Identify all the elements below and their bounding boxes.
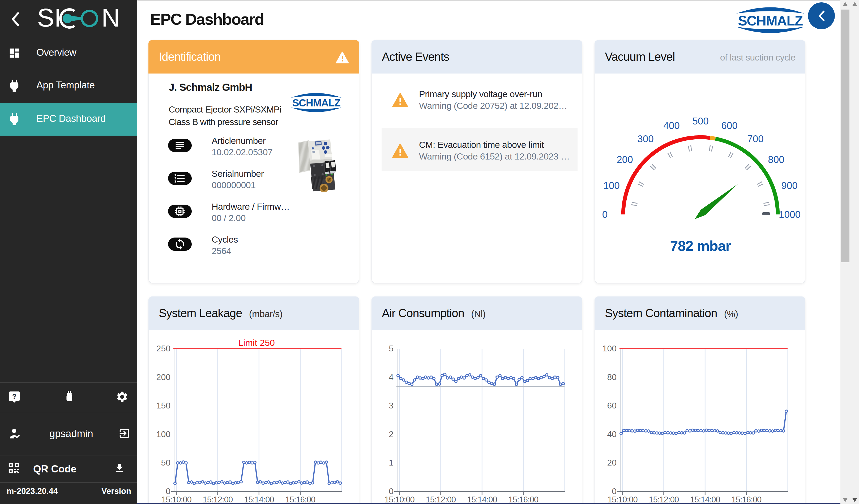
svg-text:SCHMALZ: SCHMALZ xyxy=(292,97,341,109)
svg-text:SI: SI xyxy=(37,5,61,32)
svg-text:SCHMALZ: SCHMALZ xyxy=(738,13,803,28)
svg-text:?: ? xyxy=(12,393,16,400)
svg-text:N: N xyxy=(102,5,120,32)
